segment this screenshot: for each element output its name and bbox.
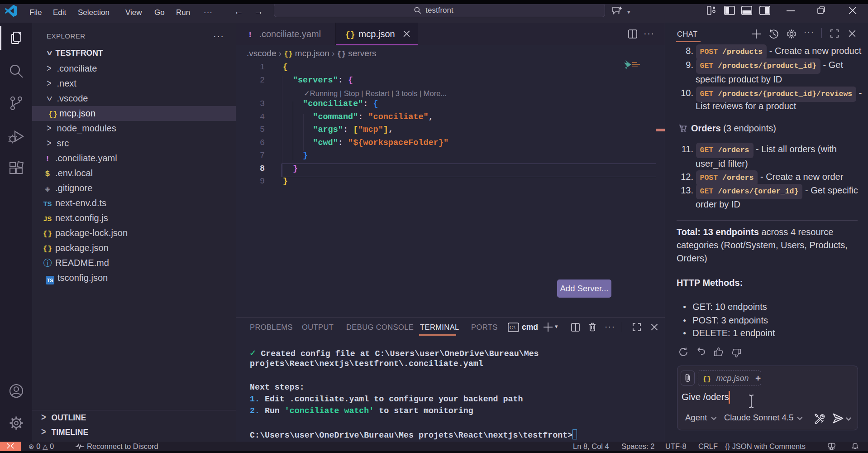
svg-text:C:\: C:\: [510, 325, 515, 330]
